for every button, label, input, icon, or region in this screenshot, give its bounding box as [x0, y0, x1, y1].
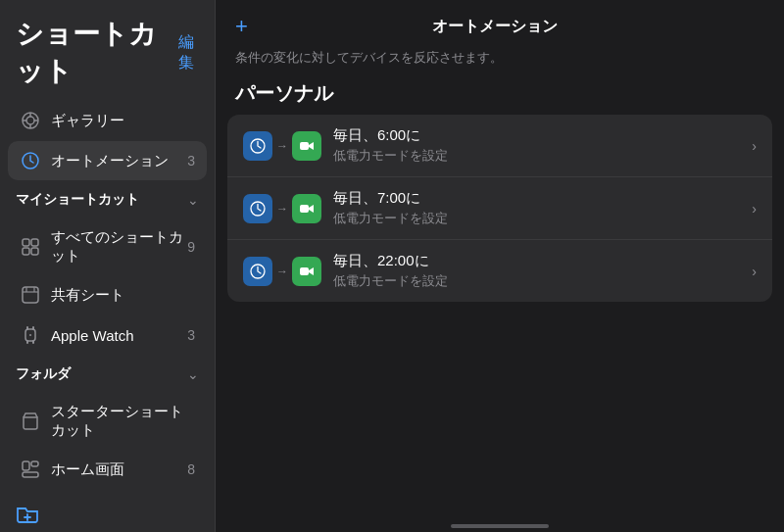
home-bar [451, 524, 549, 528]
folders-section-header: フォルダ ⌄ [0, 356, 215, 387]
apple-watch-icon [20, 324, 41, 346]
sidebar-title: ショートカット [16, 16, 173, 90]
sidebar-item-shared[interactable]: 共有シート [8, 275, 207, 314]
sidebar-bottom [0, 490, 215, 532]
folders-label: フォルダ [16, 365, 187, 383]
automation-3-icons: → [243, 257, 321, 286]
home-screen-icon [20, 459, 41, 480]
svg-rect-21 [23, 461, 29, 470]
facetime-icon-2 [292, 194, 321, 223]
automation-2-chevron: › [752, 201, 757, 217]
sidebar-item-all-shortcuts[interactable]: すべてのショートカット 9 [8, 219, 207, 274]
automation-3-title: 毎日、22:00に [333, 252, 744, 270]
my-shortcuts-chevron: ⌄ [187, 192, 199, 208]
auto-arrow-2: → [276, 202, 288, 216]
automation-2-info: 毎日、7:00に 低電力モードを設定 [333, 189, 744, 227]
sidebar-header: ショートカット 編集 [0, 0, 215, 94]
automation-row-2[interactable]: → 毎日、7:00に 低電力モードを設定 › [227, 177, 772, 240]
add-automation-button[interactable]: + [235, 14, 248, 39]
sidebar: ショートカット 編集 ギャラリー [0, 0, 216, 532]
automation-3-chevron: › [752, 264, 757, 279]
facetime-icon-1 [292, 131, 321, 161]
svg-point-20 [29, 334, 31, 336]
svg-rect-10 [31, 248, 38, 255]
auto-arrow-1: → [276, 139, 288, 153]
home-indicator [216, 516, 784, 532]
all-shortcuts-badge: 9 [187, 239, 195, 255]
apple-watch-label: Apple Watch [51, 327, 183, 344]
add-folder-icon[interactable] [16, 506, 39, 530]
all-shortcuts-icon [20, 236, 41, 258]
main-content: + オートメーション 条件の変化に対してデバイスを反応させます。 パーソナル → [216, 0, 784, 532]
my-shortcuts-section-header: マイショートカット ⌄ [0, 181, 215, 213]
svg-rect-11 [23, 287, 38, 303]
gallery-label: ギャラリー [51, 112, 195, 130]
sidebar-gallery-section: ギャラリー オートメーション 3 [0, 100, 215, 181]
main-header: + オートメーション [216, 0, 784, 47]
facetime-icon-3 [292, 257, 321, 286]
automation-3-subtitle: 低電力モードを設定 [333, 272, 744, 290]
automation-label: オートメーション [51, 152, 183, 170]
home-screen-badge: 8 [187, 461, 195, 477]
sidebar-item-gallery[interactable]: ギャラリー [8, 101, 207, 140]
automation-row-1[interactable]: → 毎日、6:00に 低電力モードを設定 › [227, 115, 772, 177]
automation-1-title: 毎日、6:00に [333, 126, 744, 145]
automation-2-title: 毎日、7:00に [333, 189, 744, 208]
automation-1-chevron: › [752, 138, 757, 154]
svg-rect-31 [300, 267, 309, 275]
clock-icon-2 [243, 194, 272, 223]
auto-arrow-3: → [276, 265, 288, 278]
svg-rect-22 [31, 461, 38, 466]
edit-button[interactable]: 編集 [173, 32, 199, 73]
svg-rect-9 [23, 248, 29, 255]
sidebar-item-starter[interactable]: スターターショートカット [8, 394, 207, 449]
shared-icon [20, 284, 41, 306]
my-shortcuts-label: マイショートカット [16, 191, 187, 209]
my-shortcuts-section: すべてのショートカット 9 共有シート [0, 218, 215, 356]
personal-section-heading: パーソナル [216, 76, 784, 115]
starter-icon [20, 411, 41, 432]
automation-2-subtitle: 低電力モードを設定 [333, 210, 744, 227]
sidebar-item-automation[interactable]: オートメーション 3 [8, 141, 207, 180]
gallery-icon [20, 110, 41, 131]
home-screen-label: ホーム画面 [51, 460, 183, 479]
automation-row-3[interactable]: → 毎日、22:00に 低電力モードを設定 › [227, 240, 772, 302]
all-shortcuts-label: すべてのショートカット [51, 228, 183, 266]
clock-icon-1 [243, 131, 272, 161]
sidebar-item-home-screen[interactable]: ホーム画面 8 [8, 450, 207, 489]
folders-section: スターターショートカット ホーム画面 8 [0, 393, 215, 490]
automations-list: → 毎日、6:00に 低電力モードを設定 › [227, 115, 772, 302]
automation-3-info: 毎日、22:00に 低電力モードを設定 [333, 252, 744, 290]
automation-1-icons: → [243, 131, 321, 161]
shared-label: 共有シート [51, 286, 195, 305]
main-title: オートメーション [432, 17, 558, 37]
folders-chevron: ⌄ [187, 366, 199, 382]
starter-label: スターターショートカット [51, 403, 195, 440]
automation-icon [20, 150, 41, 171]
automation-badge: 3 [187, 153, 195, 169]
svg-rect-7 [23, 239, 29, 246]
main-subtitle: 条件の変化に対してデバイスを反応させます。 [216, 47, 784, 76]
automation-1-info: 毎日、6:00に 低電力モードを設定 [333, 126, 744, 165]
svg-rect-27 [300, 142, 309, 150]
svg-point-1 [26, 117, 34, 124]
apple-watch-badge: 3 [187, 327, 195, 343]
sidebar-item-apple-watch[interactable]: Apple Watch 3 [8, 315, 207, 355]
clock-icon-3 [243, 257, 272, 286]
svg-rect-23 [23, 472, 38, 477]
svg-rect-8 [31, 239, 38, 246]
svg-rect-29 [300, 205, 309, 213]
automation-1-subtitle: 低電力モードを設定 [333, 147, 744, 165]
automation-2-icons: → [243, 194, 321, 223]
